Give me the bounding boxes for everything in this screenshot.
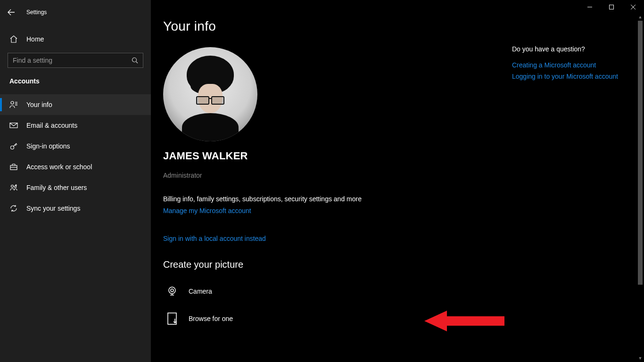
- scroll-thumb[interactable]: [638, 21, 643, 285]
- sidebar-item-family-users[interactable]: Family & other users: [0, 177, 151, 198]
- page-title: Your info: [163, 19, 512, 34]
- sidebar-item-sync-settings[interactable]: Sync your settings: [0, 198, 151, 219]
- scroll-down-arrow-icon[interactable]: ▼: [636, 354, 644, 362]
- home-icon: [9, 35, 18, 43]
- create-picture-heading: Create your picture: [163, 259, 512, 270]
- svg-point-18: [169, 287, 175, 294]
- section-label: Accounts: [0, 77, 151, 85]
- picture-option-camera[interactable]: Camera: [163, 282, 512, 310]
- sidebar-item-label: Sync your settings: [26, 205, 80, 212]
- briefcase-icon: [9, 163, 18, 171]
- svg-point-14: [11, 185, 14, 188]
- sidebar-item-label: Family & other users: [26, 184, 87, 191]
- sidebar-item-label: Email & accounts: [26, 122, 77, 129]
- svg-point-4: [132, 58, 137, 62]
- svg-point-19: [171, 289, 173, 292]
- key-icon: [9, 142, 18, 150]
- search-container: [0, 53, 151, 68]
- user-role: Administrator: [163, 172, 512, 179]
- billing-description: Billing info, family settings, subscript…: [163, 195, 512, 203]
- mail-icon: [9, 121, 18, 130]
- maximize-button[interactable]: [601, 0, 622, 14]
- search-input[interactable]: [13, 57, 132, 64]
- titlebar-controls: [579, 0, 644, 14]
- sidebar-item-label: Your info: [26, 101, 52, 108]
- help-link-login-account[interactable]: Logging in to your Microsoft account: [512, 73, 630, 80]
- picture-option-browse[interactable]: Browse for one: [163, 310, 512, 337]
- sidebar-item-signin-options[interactable]: Sign-in options: [0, 136, 151, 156]
- sidebar-item-your-info[interactable]: Your info: [0, 94, 151, 115]
- help-pane: Do you have a question? Creating a Micro…: [512, 45, 630, 84]
- sidebar: Settings Home Accounts Your info: [0, 0, 151, 362]
- home-button[interactable]: Home: [0, 28, 151, 50]
- scroll-up-arrow-icon[interactable]: ▲: [636, 13, 644, 21]
- minimize-button[interactable]: [579, 0, 601, 14]
- close-button[interactable]: [622, 0, 644, 14]
- camera-icon: [166, 285, 178, 297]
- settings-window: Settings Home Accounts Your info: [0, 0, 644, 362]
- window-title: Settings: [26, 9, 47, 16]
- content-area: Your info JAMES WALKER Administrator Bil…: [163, 19, 512, 362]
- picture-option-label: Camera: [189, 288, 212, 295]
- person-icon: [9, 100, 18, 109]
- help-title: Do you have a question?: [512, 45, 630, 53]
- sidebar-header: Settings: [0, 4, 151, 21]
- svg-rect-1: [610, 5, 614, 9]
- sidebar-item-email-accounts[interactable]: Email & accounts: [0, 115, 151, 136]
- sidebar-item-access-work-school[interactable]: Access work or school: [0, 156, 151, 177]
- search-box[interactable]: [8, 53, 143, 68]
- vertical-scrollbar[interactable]: ▲ ▼: [636, 13, 644, 362]
- user-name: JAMES WALKER: [163, 150, 512, 162]
- scroll-track[interactable]: [636, 21, 644, 354]
- picture-file-icon: [166, 313, 178, 325]
- sync-icon: [9, 204, 18, 213]
- local-account-link[interactable]: Sign in with a local account instead: [163, 235, 266, 242]
- svg-line-5: [136, 62, 138, 64]
- home-label: Home: [26, 35, 44, 43]
- help-link-create-account[interactable]: Creating a Microsoft account: [512, 61, 630, 69]
- svg-point-6: [11, 101, 14, 104]
- sidebar-item-label: Access work or school: [26, 163, 92, 171]
- back-arrow-icon[interactable]: [8, 8, 15, 16]
- sidebar-item-label: Sign-in options: [26, 142, 70, 150]
- people-icon: [9, 183, 18, 192]
- picture-option-label: Browse for one: [189, 315, 233, 322]
- search-icon: [132, 57, 138, 64]
- manage-account-link[interactable]: Manage my Microsoft account: [163, 207, 251, 214]
- main-panel: Your info JAMES WALKER Administrator Bil…: [151, 0, 644, 362]
- profile-avatar: [163, 47, 257, 141]
- svg-point-11: [11, 146, 14, 149]
- sidebar-nav: Your info Email & accounts Sign-in optio…: [0, 94, 151, 219]
